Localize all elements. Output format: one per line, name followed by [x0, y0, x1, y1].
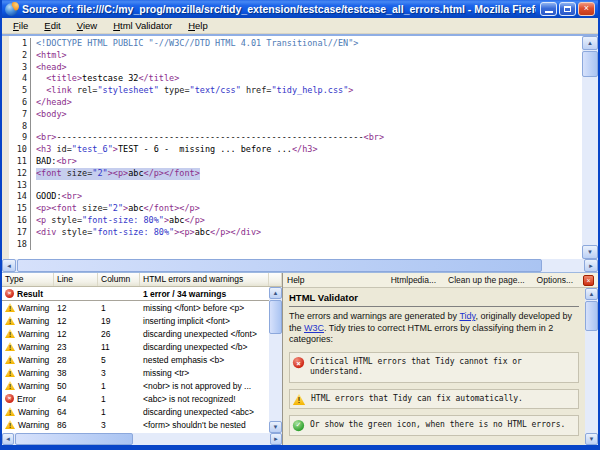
source-code: 1<!DOCTYPE HTML PUBLIC "-//W3C//DTD HTML…: [2, 36, 582, 259]
validator-row[interactable]: !Warning641discarding unexpected <abc>: [2, 405, 269, 418]
validator-row[interactable]: !Warning1226discarding unexpected </font…: [2, 327, 269, 340]
help-vscroll-thumb[interactable]: [585, 301, 598, 331]
help-close-button[interactable]: ×: [583, 275, 594, 286]
source-line-selected: 12<font size="2"><p>abc</p></font>: [9, 168, 582, 180]
line-text: <p><font size="2">abc</font></p>: [36, 203, 200, 215]
menu-item-help[interactable]: Help: [180, 19, 216, 32]
validator-row[interactable]: ×Error641<abc> is not recognized!: [2, 392, 269, 405]
menu-item-edit[interactable]: Edit: [36, 19, 68, 32]
row-message: nested emphasis <b>: [140, 355, 269, 365]
scroll-up-icon[interactable]: ▲: [269, 287, 282, 299]
row-type: !Warning: [2, 329, 54, 339]
source-hscroll-track[interactable]: [16, 259, 584, 272]
results-vertical-scrollbar[interactable]: ▲ ▼: [269, 287, 282, 433]
source-line: 4 <title>testcase 32</title>: [9, 73, 582, 85]
source-line: 15<p><font size="2">abc</font></p>: [9, 203, 582, 215]
source-vscroll-thumb[interactable]: [582, 51, 598, 77]
row-message: discarding unexpected </b>: [140, 342, 269, 352]
source-hscroll-thumb[interactable]: [17, 259, 542, 272]
source-line: 16<p style="font-size: 80%">abc</p>: [9, 215, 582, 227]
scroll-down-icon[interactable]: ▼: [582, 245, 598, 259]
line-number: 18: [9, 239, 31, 251]
source-horizontal-scrollbar[interactable]: ◄ ►: [2, 259, 598, 272]
help-category-text: Or show the green icon, when there is no…: [310, 420, 565, 431]
row-message: missing </font> before <p>: [140, 303, 269, 313]
help-vertical-scrollbar[interactable]: ▲ ▼: [585, 288, 598, 445]
row-column: 11: [98, 342, 140, 352]
help-button-htmlpedia[interactable]: Htmlpedia...: [391, 275, 436, 285]
titlebar: Source of: file:///C:/my_prog/mozilla/sr…: [2, 0, 598, 18]
validator-row[interactable]: !Warning285nested emphasis <b>: [2, 353, 269, 366]
scroll-right-icon[interactable]: ►: [584, 259, 598, 272]
result-summary-type: × Result: [2, 289, 54, 299]
line-number: 6: [9, 97, 31, 109]
line-number: 4: [9, 73, 31, 85]
help-panel-title: Help: [287, 275, 304, 285]
menu-item-view[interactable]: View: [69, 19, 105, 32]
warning-icon: !: [5, 381, 15, 390]
help-button-options[interactable]: Options...: [537, 275, 573, 285]
restore-button[interactable]: [559, 2, 576, 16]
result-summary-label: Result: [17, 289, 43, 299]
row-type-label: Warning: [18, 368, 49, 378]
source-vscroll-track[interactable]: [582, 50, 598, 245]
row-message: <abc> is not recognized!: [140, 394, 269, 404]
source-line: 2<html>: [9, 50, 582, 62]
column-header-spacer: [269, 273, 282, 286]
help-intro-segment: . Tidy tries to correct HTML errors by c…: [289, 323, 553, 345]
row-type-label: Warning: [18, 355, 49, 365]
scroll-down-icon[interactable]: ▼: [269, 421, 282, 433]
help-button-clean-up-the-page[interactable]: Clean up the page...: [448, 275, 525, 285]
source-line: 7<body>: [9, 109, 582, 121]
line-text: <body>: [36, 109, 67, 121]
menu-item-file[interactable]: File: [5, 19, 36, 32]
scroll-down-icon[interactable]: ▼: [585, 433, 598, 445]
warning-icon: !: [5, 316, 15, 325]
line-number: 8: [9, 121, 31, 133]
validator-row[interactable]: !Warning1219inserting implicit <font>: [2, 314, 269, 327]
row-type: !Warning: [2, 381, 54, 391]
row-line: 12: [54, 303, 98, 313]
scroll-left-icon[interactable]: ◄: [2, 259, 16, 272]
row-message: discarding unexpected <abc>: [140, 407, 269, 417]
validator-row[interactable]: !Warning863<form> shouldn't be nested: [2, 418, 269, 431]
column-header-type[interactable]: Type: [2, 273, 54, 286]
ok-icon: ✓: [293, 420, 304, 431]
validator-row[interactable]: !Warning121missing </font> before <p>: [2, 301, 269, 314]
row-line: 12: [54, 316, 98, 326]
scroll-left-icon[interactable]: ◄: [2, 433, 14, 445]
scroll-up-icon[interactable]: ▲: [585, 288, 598, 300]
link-w3c[interactable]: W3C: [304, 323, 324, 333]
results-horizontal-scrollbar[interactable]: ◄ ►: [2, 433, 282, 445]
scroll-right-icon[interactable]: ►: [270, 433, 282, 445]
line-text: <div style="font-size: 80%"><p>abc</p></…: [36, 227, 261, 239]
menu-item-html-validator[interactable]: Html Validator: [105, 19, 180, 32]
validator-row[interactable]: !Warning501<nobr> is not approved by ...: [2, 379, 269, 392]
close-button[interactable]: ×: [578, 2, 595, 16]
error-icon: ×: [5, 394, 14, 403]
row-type: !Warning: [2, 368, 54, 378]
validator-row[interactable]: !Warning383missing <tr>: [2, 366, 269, 379]
validator-row[interactable]: !Warning2311discarding unexpected </b>: [2, 340, 269, 353]
help-vscroll-track[interactable]: [585, 300, 598, 433]
column-header-line[interactable]: Line: [54, 273, 98, 286]
results-hscroll-thumb[interactable]: [15, 433, 133, 445]
row-column: 1: [98, 381, 140, 391]
scroll-up-icon[interactable]: ▲: [582, 36, 598, 50]
result-summary-row[interactable]: × Result 1 error / 34 warnings: [2, 287, 269, 301]
source-view[interactable]: 1<!DOCTYPE HTML PUBLIC "-//W3C//DTD HTML…: [2, 34, 598, 273]
source-vertical-scrollbar[interactable]: ▲ ▼: [582, 36, 598, 259]
results-vscroll-track[interactable]: [269, 299, 282, 421]
bottom-panels: TypeLineColumnHTML errors and warnings ×…: [2, 273, 598, 445]
line-text: <font size="2"><p>abc</p></font>: [36, 168, 200, 180]
line-text: <head>: [36, 62, 67, 74]
results-column-headers: TypeLineColumnHTML errors and warnings: [2, 273, 282, 287]
row-type: ×Error: [2, 394, 54, 404]
minimize-button[interactable]: [540, 2, 557, 16]
results-vscroll-thumb[interactable]: [269, 300, 282, 334]
column-header-html[interactable]: HTML errors and warnings: [140, 273, 269, 286]
link-tidy[interactable]: Tidy: [459, 311, 475, 321]
results-hscroll-track[interactable]: [14, 433, 270, 445]
row-message: <form> shouldn't be nested: [140, 420, 269, 430]
column-header-column[interactable]: Column: [98, 273, 140, 286]
